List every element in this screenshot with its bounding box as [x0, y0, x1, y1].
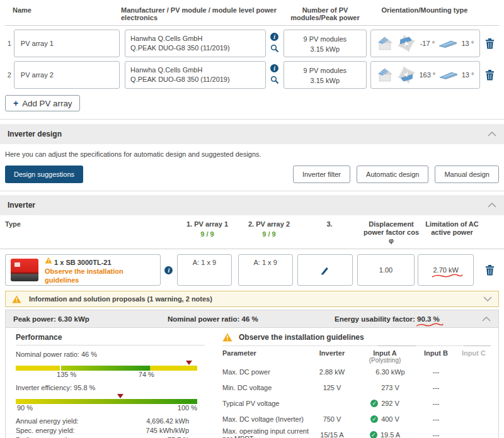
manual-design-button[interactable]: Manual design	[435, 166, 499, 183]
design-suggestions-button[interactable]: Design suggestions	[5, 166, 83, 183]
column-header-orientation: Orientation/Mounting type	[369, 6, 480, 21]
parameter-name: Max. operating input current per MPPT	[222, 427, 309, 438]
bar-tick-label: 100 %	[178, 404, 197, 412]
warning-icon	[12, 295, 21, 303]
module-text: Q.PEAK DUO-G8 350 (11/2019)	[130, 43, 260, 53]
delete-icon[interactable]	[485, 38, 495, 49]
stat-label: Performance ratio:	[16, 436, 123, 438]
string-config-value: A: 1 x 9	[254, 259, 277, 266]
pv-array-row: 1 PV array 1 Hanwha Q.Cells GmbH Q.PEAK …	[5, 30, 499, 57]
collapse-chevron-up-icon[interactable]	[488, 203, 496, 208]
orientation-field[interactable]: 163 ° 13 °	[370, 61, 480, 89]
inverter-design-header[interactable]: Inverter design	[0, 124, 504, 144]
inverter-type-field[interactable]: 1 x SB 3000TL-21 Observe the installatio…	[5, 254, 161, 286]
nominal-power-ratio-bar	[16, 366, 197, 371]
tilt-value: 13 °	[462, 71, 474, 79]
azimuth-value: -17 °	[420, 40, 435, 47]
expand-chevron-down-icon[interactable]	[483, 296, 492, 301]
column-header-manufacturer: Manufacturer / PV module / module level …	[121, 6, 281, 21]
section-divider	[0, 191, 504, 191]
parameter-name: Max. DC voltage (Inverter)	[222, 415, 309, 423]
orientation-field[interactable]: -17 ° 13 °	[370, 30, 480, 57]
input-a-sublabel: (Polystring)	[369, 357, 401, 364]
inverter-title: Inverter	[8, 201, 35, 210]
add-pv-array-button[interactable]: + Add PV array	[5, 95, 80, 111]
cos-phi-field[interactable]: 1.00	[357, 254, 415, 286]
module-text: Q.PEAK DUO-G8 350 (11/2019)	[130, 75, 260, 84]
guidelines-table: Parameter Inverter Input A (Polystring) …	[222, 345, 491, 438]
collapse-chevron-up-icon[interactable]	[488, 132, 496, 137]
string-config-input-2[interactable]: A: 1 x 9	[238, 254, 293, 286]
pv-module-field[interactable]: Hanwha Q.Cells GmbH Q.PEAK DUO-G8 350 (1…	[125, 61, 266, 89]
info-icon[interactable]: i	[164, 266, 173, 274]
parameter-name: Min. DC voltage	[222, 384, 309, 391]
peak-power: 3.15 kWp	[284, 44, 367, 54]
input-a-value: 400 V	[381, 415, 399, 423]
inverter-model-name: 1 x SB 3000TL-21	[54, 259, 112, 266]
modules-count: 9 PV modules	[284, 65, 367, 76]
ac-limit-value-wrap: 2.70 kW	[433, 266, 458, 274]
column-header-inverter: Inverter	[309, 349, 355, 364]
modules-count-field[interactable]: 9 PV modules 3.15 kWp	[284, 30, 367, 57]
inverter-value: 125 V	[309, 384, 355, 391]
pv-module-field[interactable]: Hanwha Q.Cells GmbH Q.PEAK DUO-G8 350 (1…	[125, 30, 266, 57]
check-circle-icon: ✓	[370, 415, 378, 423]
stat-row: Performance ratio:77.7 %	[16, 435, 205, 438]
input-b-value: ---	[415, 431, 457, 438]
info-icon[interactable]: i	[270, 64, 278, 72]
ac-limit-value: 2.70 kW	[433, 266, 458, 274]
guideline-row: Typical PV voltage ✓292 V ---	[222, 395, 491, 411]
string-config-value: A: 1 x 9	[193, 259, 216, 266]
column-header-input-a: Input A (Polystring)	[355, 349, 415, 364]
stat-row: Spec. energy yield:745 kWh/kWp	[16, 425, 205, 435]
summary-bar: Peak power: 6.30 kWp Nominal power ratio…	[6, 310, 498, 328]
pv-table-header: Name Manufacturer / PV module / module l…	[5, 4, 499, 26]
stat-value: 77.7 %	[123, 436, 189, 438]
results-panel: Peak power: 6.30 kWp Nominal power ratio…	[5, 310, 499, 438]
column-header-input-b: Input B	[415, 349, 457, 364]
bar-tick-label: 90 %	[17, 404, 33, 412]
string-config-input-1[interactable]: A: 1 x 9	[177, 254, 232, 286]
input-a-label: Input A	[373, 349, 396, 357]
pv-array-1-header-label: 1. PV array 1	[180, 220, 235, 228]
input-a-value: 273 V	[381, 384, 399, 391]
search-icon[interactable]	[270, 76, 279, 84]
energy-usability-value: 90.3 %	[417, 315, 440, 323]
row-number: 2	[5, 61, 14, 89]
inverter-value: 750 V	[309, 415, 355, 423]
automatic-design-button[interactable]: Automatic design	[357, 166, 428, 183]
plus-icon: +	[13, 99, 18, 108]
delete-icon[interactable]	[485, 70, 495, 81]
column-header-ac-limit: Limitation of AC active power	[423, 220, 481, 245]
performance-title: Performance	[16, 333, 205, 345]
pv-array-name-field[interactable]: PV array 2	[14, 61, 120, 89]
column-header-cos-phi: Displacement power factor cos φ	[362, 220, 420, 245]
ac-limit-field[interactable]: 2.70 kW	[418, 254, 474, 286]
stat-row: Annual energy yield:4,696.42 kWh	[16, 416, 205, 425]
pv-array-name-field[interactable]: PV array 1	[14, 30, 120, 57]
delete-icon[interactable]	[485, 265, 495, 276]
energy-usability-label: Energy usability factor:	[335, 315, 415, 323]
input-b-value: ---	[415, 415, 457, 423]
inverter-filter-button[interactable]: Inverter filter	[293, 166, 350, 183]
inverter-product-image	[11, 259, 38, 281]
column-header-pv-array-2: 2. PV array 2 9 / 9	[241, 220, 297, 245]
bar-marker	[117, 394, 123, 398]
column-header-parameter: Parameter	[222, 349, 309, 364]
modules-count-field[interactable]: 9 PV modules 3.15 kWp	[284, 61, 367, 89]
inverter-header[interactable]: Inverter	[0, 195, 504, 215]
inverter-warning-text: Observe the installation guidelines	[45, 267, 155, 284]
pv-array-2-ratio: 9 / 9	[241, 230, 297, 238]
collapse-chevron-up-icon[interactable]	[482, 317, 491, 322]
edit-input-3-field[interactable]	[297, 254, 353, 286]
guideline-row: Min. DC voltage 125 V 273 V ---	[222, 379, 491, 395]
input-a-value: 6.30 kWp	[375, 368, 404, 376]
check-circle-icon: ✓	[370, 431, 377, 438]
inverter-design-title: Inverter design	[8, 130, 62, 138]
info-icon[interactable]: i	[270, 33, 278, 41]
information-proposals-bar[interactable]: Information and solution proposals (1 wa…	[5, 291, 499, 307]
peak-power-summary: Peak power: 6.30 kWp	[13, 315, 168, 323]
search-icon[interactable]	[270, 44, 279, 53]
stat-label: Annual energy yield:	[16, 417, 123, 425]
guidelines-title: Observe the installation guidelines	[239, 333, 364, 342]
